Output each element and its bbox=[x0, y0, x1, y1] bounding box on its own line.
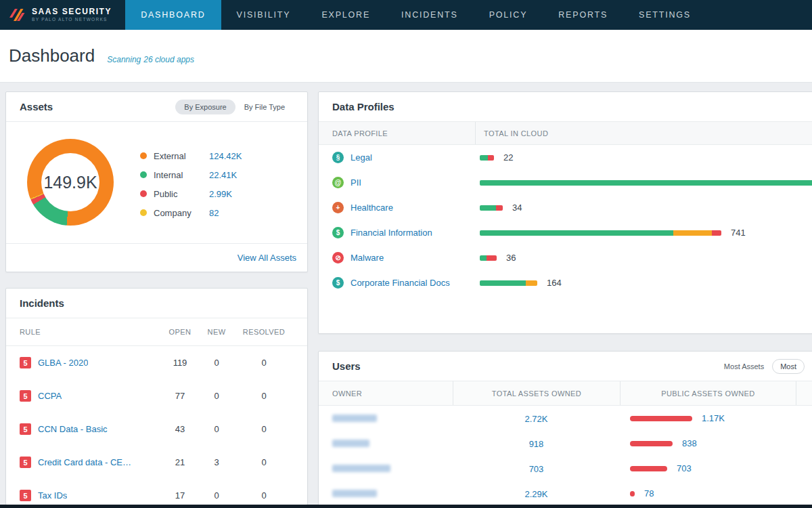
incident-new-count: 0 bbox=[199, 391, 234, 401]
legend-value-link[interactable]: 2.99K bbox=[209, 189, 232, 199]
incident-open-count: 43 bbox=[161, 424, 199, 434]
legend-label: Company bbox=[154, 208, 209, 218]
incident-open-count: 21 bbox=[161, 457, 199, 467]
col-data-profile: DATA PROFILE bbox=[319, 122, 476, 144]
top-nav: SAAS SECURITY BY PALO ALTO NETWORKS DASH… bbox=[0, 0, 812, 30]
incident-resolved-count: 0 bbox=[234, 391, 294, 401]
incident-row: 5GLBA - 202011900 bbox=[6, 346, 307, 379]
severity-badge: 5 bbox=[20, 457, 31, 468]
nav-items: DASHBOARDVISIBILITYEXPLOREINCIDENTSPOLIC… bbox=[125, 0, 706, 30]
incident-rule-link[interactable]: CCPA bbox=[38, 391, 62, 401]
brand-subtitle: BY PALO ALTO NETWORKS bbox=[32, 18, 112, 22]
nav-item-explore[interactable]: EXPLORE bbox=[306, 0, 386, 30]
total-in-cloud-bar bbox=[480, 180, 812, 186]
total-assets-owned-link[interactable]: 703 bbox=[529, 464, 544, 474]
legend-dot bbox=[140, 152, 147, 159]
malware-icon: ⊘ bbox=[332, 252, 344, 263]
legend-dot bbox=[140, 190, 147, 197]
data-profile-row: $Financial Information741 bbox=[319, 220, 812, 245]
public-assets-bar bbox=[630, 441, 673, 446]
severity-badge: 5 bbox=[20, 490, 31, 501]
page-title: Dashboard bbox=[9, 45, 95, 66]
donut-hole: 149.9K bbox=[41, 153, 99, 211]
toggle-by-file-type[interactable]: By File Type bbox=[235, 100, 294, 114]
public-assets-owned-link[interactable]: 838 bbox=[682, 438, 697, 448]
col-public-assets-owned: PUBLIC ASSETS OWNED bbox=[620, 381, 796, 405]
nav-item-dashboard[interactable]: DASHBOARD bbox=[125, 0, 221, 30]
dollar-icon: $ bbox=[332, 277, 344, 289]
cloud-apps-link[interactable]: 26 cloud apps bbox=[143, 55, 194, 64]
legend-value-link[interactable]: 124.42K bbox=[209, 151, 242, 161]
page-header: Dashboard Scanning26 cloud apps bbox=[0, 30, 812, 83]
scanning-label: Scanning bbox=[107, 55, 141, 64]
data-profiles-title: Data Profiles bbox=[332, 101, 394, 112]
palo-alto-logo-icon bbox=[8, 6, 26, 24]
legend-item: Public2.99K bbox=[140, 184, 242, 203]
public-assets-owned-link[interactable]: 703 bbox=[677, 463, 692, 473]
nav-item-visibility[interactable]: VISIBILITY bbox=[221, 0, 307, 30]
data-profile-link[interactable]: Healthcare bbox=[351, 203, 393, 213]
total-assets-owned-link[interactable]: 2.29K bbox=[525, 489, 548, 499]
total-assets-owned-link[interactable]: 2.72K bbox=[525, 414, 548, 424]
data-profile-link[interactable]: Corporate Financial Docs bbox=[351, 278, 450, 288]
toggle-most-public[interactable]: Most bbox=[772, 359, 805, 374]
owner-name-redacted bbox=[332, 490, 377, 497]
severity-badge: 5 bbox=[20, 423, 31, 435]
bottom-strip bbox=[0, 505, 812, 508]
incident-rule-link[interactable]: CCN Data - Basic bbox=[38, 424, 108, 434]
person-icon: @ bbox=[332, 177, 344, 188]
incident-resolved-count: 0 bbox=[234, 490, 294, 501]
nav-item-policy[interactable]: POLICY bbox=[474, 0, 543, 30]
total-in-cloud-value: 164 bbox=[547, 278, 562, 288]
data-profile-link[interactable]: PII bbox=[351, 177, 361, 188]
data-profiles-table-header: DATA PROFILE TOTAL IN CLOUD bbox=[319, 122, 812, 145]
legend-dot bbox=[140, 209, 147, 216]
data-profile-row: ⊘Malware36 bbox=[319, 245, 812, 270]
total-in-cloud-value: 22 bbox=[503, 152, 513, 163]
public-assets-owned-link[interactable]: 1.17K bbox=[702, 413, 725, 423]
incident-resolved-count: 0 bbox=[234, 358, 294, 368]
scales-icon: § bbox=[332, 152, 344, 163]
total-in-cloud-bar bbox=[480, 205, 503, 211]
col-total-in-cloud: TOTAL IN CLOUD bbox=[476, 122, 548, 144]
toggle-most-assets[interactable]: Most Assets bbox=[724, 362, 764, 371]
incident-resolved-count: 0 bbox=[234, 424, 294, 434]
incident-rule-link[interactable]: Tax IDs bbox=[38, 490, 67, 501]
public-assets-owned-link[interactable]: 78 bbox=[644, 488, 654, 499]
col-new: NEW bbox=[199, 328, 234, 336]
brand[interactable]: SAAS SECURITY BY PALO ALTO NETWORKS bbox=[0, 0, 125, 30]
incident-new-count: 0 bbox=[199, 490, 234, 501]
incident-rule-link[interactable]: GLBA - 2020 bbox=[38, 358, 88, 368]
user-row: 2.29K78 bbox=[319, 481, 812, 506]
users-card-header: Users Most Assets Most bbox=[319, 352, 812, 381]
legend-value-link[interactable]: 22.41K bbox=[209, 170, 237, 180]
data-profile-link[interactable]: Legal bbox=[351, 152, 372, 163]
col-resolved: RESOLVED bbox=[234, 328, 294, 336]
owner-name-redacted bbox=[332, 440, 369, 447]
total-in-cloud-value: 741 bbox=[731, 228, 746, 238]
data-profile-link[interactable]: Financial Information bbox=[351, 228, 432, 238]
nav-item-reports[interactable]: REPORTS bbox=[543, 0, 623, 30]
incident-rule-link[interactable]: Credit Card data - CE… bbox=[38, 457, 131, 467]
total-assets-owned-link[interactable]: 918 bbox=[529, 439, 544, 449]
view-all-assets-link[interactable]: View All Assets bbox=[238, 253, 296, 263]
nav-item-incidents[interactable]: INCIDENTS bbox=[386, 0, 474, 30]
severity-badge: 5 bbox=[20, 357, 31, 368]
scanning-status: Scanning26 cloud apps bbox=[107, 55, 194, 64]
legend-value-link[interactable]: 82 bbox=[209, 208, 219, 218]
toggle-by-exposure[interactable]: By Exposure bbox=[175, 100, 235, 114]
data-profile-row: §Legal22 bbox=[319, 145, 812, 170]
data-profiles-rows: §Legal22@PII+Healthcare34$Financial Info… bbox=[319, 145, 812, 295]
public-assets-bar bbox=[630, 416, 692, 421]
nav-item-settings[interactable]: SETTINGS bbox=[623, 0, 706, 30]
users-title: Users bbox=[332, 360, 361, 372]
incident-new-count: 0 bbox=[199, 358, 234, 368]
severity-badge: 5 bbox=[20, 390, 31, 402]
total-in-cloud-value: 36 bbox=[506, 253, 516, 263]
incidents-rows: 5GLBA - 2020119005CCPA77005CCN Data - Ba… bbox=[6, 346, 307, 505]
donut-total: 149.9K bbox=[43, 173, 97, 192]
owner-name-redacted bbox=[332, 465, 390, 472]
data-profile-link[interactable]: Malware bbox=[351, 253, 384, 263]
incident-row: 5CCPA7700 bbox=[6, 379, 307, 412]
assets-card-header: Assets By Exposure By File Type bbox=[6, 92, 307, 122]
